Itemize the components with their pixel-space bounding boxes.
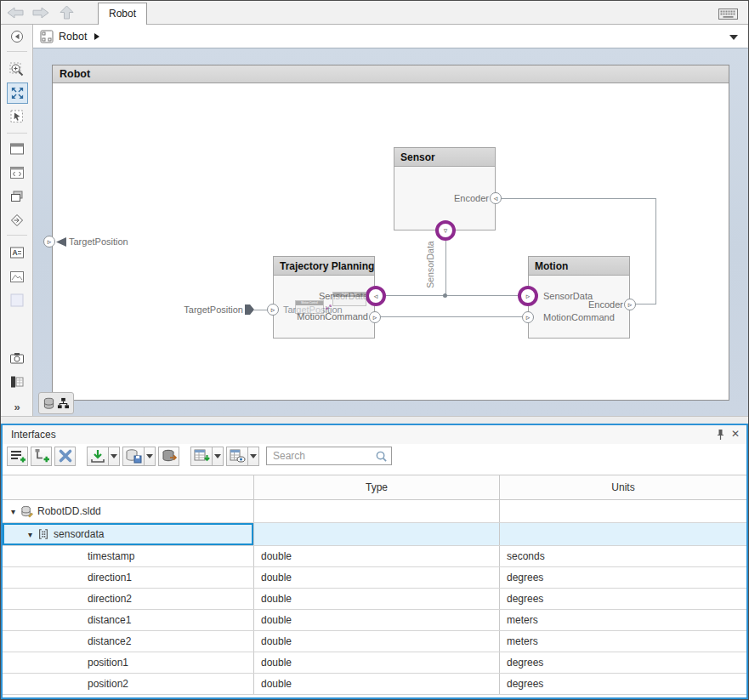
motion-encoder-port[interactable]: ▹	[624, 299, 636, 310]
units-cell-direction2[interactable]: degrees	[500, 589, 746, 609]
connector-encoder-seg3[interactable]	[502, 198, 655, 199]
tree-cell-direction1[interactable]: direction1	[3, 567, 254, 588]
tab-robot[interactable]: Robot	[98, 3, 147, 25]
tree-cell-direction2[interactable]: direction2	[3, 589, 254, 609]
import-table-button[interactable]	[190, 447, 212, 466]
breadcrumb-model-name[interactable]: Robot	[59, 31, 87, 43]
connector-sensordata-horizontal[interactable]	[385, 295, 519, 296]
double-chevron-icon: »	[14, 401, 20, 413]
table-row-distance2[interactable]: distance2doublemeters	[3, 631, 746, 652]
breadcrumb-dropdown-icon[interactable]	[729, 35, 738, 40]
image-annotation-button[interactable]	[8, 267, 26, 286]
delete-button[interactable]	[54, 447, 76, 466]
type-cell-direction1[interactable]: double	[254, 567, 500, 588]
units-cell-distance1[interactable]: meters	[500, 610, 746, 630]
panel-splitter[interactable]	[1, 416, 748, 424]
architecture-container[interactable]: Robot	[52, 65, 729, 401]
hide-browser-button[interactable]	[8, 27, 26, 46]
units-cell-sensordata[interactable]	[500, 523, 746, 545]
column-view-dropdown-button[interactable]	[247, 447, 259, 466]
import-button[interactable]	[87, 447, 108, 466]
type-cell-distance1[interactable]: double	[254, 610, 500, 630]
pin-panel-button[interactable]	[717, 429, 724, 444]
add-interface-button[interactable]	[7, 447, 28, 466]
column-header-units[interactable]: Units	[500, 475, 746, 499]
annotation-button[interactable]: A	[8, 243, 26, 262]
units-cell-direction1[interactable]: degrees	[500, 567, 746, 588]
close-panel-button[interactable]: ✕	[731, 428, 740, 440]
boundary-port-targetposition[interactable]: ▹	[43, 236, 55, 248]
sensor-encoder-port[interactable]: ◃	[490, 192, 502, 204]
tree-cell-sensordata[interactable]: ▾ sensordata	[3, 523, 254, 545]
expand-palette-button[interactable]: »	[8, 397, 26, 416]
tree-cell-distance1[interactable]: distance1	[3, 610, 254, 630]
connector-sensordata-vertical[interactable]	[445, 241, 446, 296]
save-dropdown-button[interactable]	[144, 447, 156, 466]
screenshot-button[interactable]	[8, 349, 26, 367]
code-view-button[interactable]	[8, 163, 26, 182]
delete-x-icon	[58, 448, 73, 464]
table-row-direction2[interactable]: direction2doubledegrees	[3, 589, 746, 610]
canvas-badge[interactable]	[38, 392, 74, 414]
connector-motioncommand[interactable]	[381, 316, 522, 317]
type-cell-RobotDD.sldd[interactable]	[254, 500, 500, 522]
back-button[interactable]	[4, 3, 26, 22]
type-cell-timestamp[interactable]: double	[254, 546, 500, 566]
fit-to-view-button[interactable]	[7, 83, 28, 104]
search-input[interactable]	[266, 447, 392, 465]
motion-motioncommand-port[interactable]: ▹	[522, 311, 534, 323]
route-lines-button[interactable]	[8, 211, 26, 230]
tree-cell-position1[interactable]: position1	[3, 652, 254, 673]
table-row-distance1[interactable]: distance1doublemeters	[3, 610, 746, 631]
import-dropdown-button[interactable]	[108, 447, 120, 466]
viewmarks-button[interactable]	[8, 373, 26, 391]
area-button[interactable]	[8, 291, 26, 310]
type-cell-distance2[interactable]: double	[254, 631, 500, 652]
expand-caret-icon[interactable]: ▾	[11, 507, 15, 516]
back-arrow-icon	[7, 7, 24, 19]
open-dictionary-button[interactable]	[158, 447, 179, 466]
type-cell-sensordata[interactable]	[254, 523, 500, 545]
units-cell-position2[interactable]: degrees	[500, 674, 746, 694]
tree-cell-position2[interactable]: position2	[3, 674, 254, 694]
type-cell-position2[interactable]: double	[254, 674, 500, 694]
connector-encoder-seg2[interactable]	[655, 198, 656, 304]
connector-encoder-seg1[interactable]	[636, 304, 655, 304]
copy-view-button[interactable]	[8, 187, 26, 206]
type-cell-direction2[interactable]: double	[254, 589, 500, 609]
sensor-sensordata-port-highlighted[interactable]: ▿	[435, 220, 456, 241]
block-sensor[interactable]: Sensor	[394, 147, 496, 230]
viewport-button[interactable]	[8, 139, 26, 158]
zoom-region-button[interactable]	[8, 60, 26, 79]
table-row-direction1[interactable]: direction1doubledegrees	[3, 567, 746, 589]
units-cell-position1[interactable]: degrees	[500, 652, 746, 673]
type-cell-position1[interactable]: double	[254, 652, 500, 673]
table-row-sensordata[interactable]: ▾ sensordata	[3, 523, 746, 546]
column-header-type[interactable]: Type	[254, 475, 500, 499]
save-dictionary-button[interactable]	[122, 447, 144, 466]
keyboard-shortcuts-icon[interactable]	[718, 8, 738, 23]
diagram-canvas[interactable]: Robot ▹ TargetPosition Sensor Encoder ◃ …	[33, 48, 748, 416]
forward-button[interactable]	[30, 3, 52, 22]
add-element-button[interactable]	[31, 447, 52, 466]
import-table-dropdown-button[interactable]	[212, 447, 224, 466]
column-view-button[interactable]	[226, 447, 247, 466]
units-cell-timestamp[interactable]: seconds	[500, 546, 746, 566]
tree-cell-timestamp[interactable]: timestamp	[3, 546, 254, 566]
table-row-RobotDD.sldd[interactable]: ▾ RobotDD.sldd	[3, 500, 746, 523]
column-header-name[interactable]	[3, 475, 254, 499]
motion-sensordata-port-highlighted[interactable]: ▹	[518, 286, 538, 306]
up-to-parent-button[interactable]	[55, 3, 77, 22]
expand-caret-icon[interactable]: ▾	[28, 530, 32, 539]
table-row-position1[interactable]: position1doubledegrees	[3, 652, 746, 674]
table-row-timestamp[interactable]: timestampdoubleseconds	[3, 546, 746, 567]
select-region-button[interactable]	[8, 107, 26, 126]
tree-cell-distance2[interactable]: distance2	[3, 631, 254, 652]
trajectory-targetposition-port[interactable]: ▹	[267, 304, 279, 316]
tree-cell-RobotDD.sldd[interactable]: ▾ RobotDD.sldd	[3, 500, 254, 522]
units-cell-RobotDD.sldd[interactable]	[500, 500, 746, 522]
connector-targetposition-stub[interactable]	[254, 310, 267, 310]
table-row-position2[interactable]: position2doubledegrees	[3, 674, 746, 695]
row-name-label: timestamp	[88, 550, 134, 562]
units-cell-distance2[interactable]: meters	[500, 631, 746, 652]
